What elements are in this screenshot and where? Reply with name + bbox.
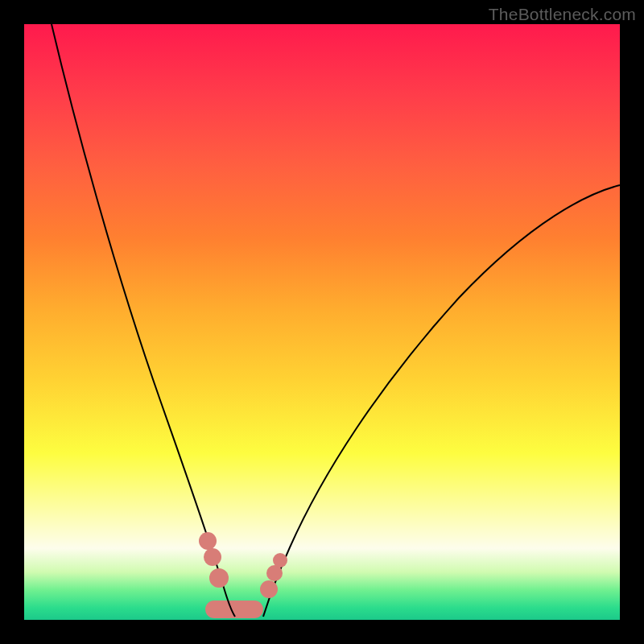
bead-marker — [273, 553, 287, 568]
attribution-text: TheBottleneck.com — [489, 5, 636, 24]
bead-marker — [260, 580, 278, 598]
bead-marker — [199, 532, 217, 550]
bead-marker — [204, 548, 221, 566]
left-curve — [52, 24, 235, 617]
chart-svg — [24, 24, 620, 620]
plot-area — [24, 24, 620, 620]
right-curve — [263, 185, 620, 617]
bead-marker — [209, 568, 229, 588]
